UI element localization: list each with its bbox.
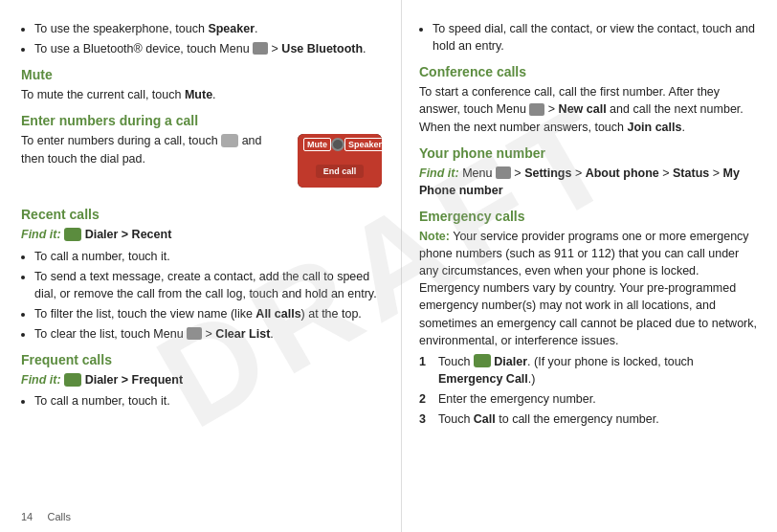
list-item: To send a text message, create a contact… xyxy=(34,268,384,302)
step-text: Enter the emergency number. xyxy=(438,390,596,408)
mute-button-img: Mute xyxy=(303,138,331,151)
mute-text: To mute the current call, touch Mute. xyxy=(21,86,384,103)
conference-calls-title: Conference calls xyxy=(419,64,760,79)
phone-inline-image: Mute Speaker End call xyxy=(298,134,384,189)
list-item: 3 Touch Call to call the emergency numbe… xyxy=(419,410,760,428)
dialpad-icon xyxy=(221,134,238,147)
right-column: To speed dial, call the contact, or view… xyxy=(402,0,777,532)
menu-icon xyxy=(253,42,268,55)
emergency-calls-title: Emergency calls xyxy=(419,209,760,224)
intro-bullets-left: To use the speakerphone, touch Speaker. … xyxy=(34,20,384,57)
menu-icon-2 xyxy=(187,327,202,340)
frequent-calls-title: Frequent calls xyxy=(21,352,384,367)
dialer-icon-em xyxy=(474,354,491,367)
emergency-steps: 1 Touch Dialer. (If your phone is locked… xyxy=(419,353,760,429)
page-footer: 14 Calls xyxy=(21,511,71,522)
note-label: Note: xyxy=(419,230,450,243)
list-item: 2 Enter the emergency number. xyxy=(419,390,760,408)
menu-icon-conf xyxy=(529,103,544,116)
list-item: To use the speakerphone, touch Speaker. xyxy=(34,20,384,37)
list-item: To speed dial, call the contact, or view… xyxy=(433,20,760,55)
frequent-calls-bullets: To call a number, touch it. xyxy=(34,392,384,410)
step-number: 2 xyxy=(419,390,433,408)
find-it-label: Find it: xyxy=(21,228,61,241)
menu-icon-phone xyxy=(496,166,511,179)
list-item: To filter the list, touch the view name … xyxy=(34,305,384,322)
your-phone-number-title: Your phone number xyxy=(419,145,760,161)
mute-title: Mute xyxy=(21,67,384,82)
frequent-dialer-icon xyxy=(64,373,81,387)
list-item: To clear the list, touch Menu > Clear Li… xyxy=(34,325,384,343)
end-call-button-img: End call xyxy=(316,165,365,178)
conference-calls-text: To start a conference call, call the fir… xyxy=(419,83,760,135)
step-text: Touch Dialer. (If your phone is locked, … xyxy=(438,353,760,388)
left-column: To use the speakerphone, touch Speaker. … xyxy=(0,0,402,532)
recent-calls-title: Recent calls xyxy=(21,207,384,222)
recent-calls-bullets: To call a number, touch it. To send a te… xyxy=(34,248,384,344)
page-label: Calls xyxy=(48,511,71,522)
list-item: 1 Touch Dialer. (If your phone is locked… xyxy=(419,353,760,388)
step-number: 3 xyxy=(419,410,433,428)
phone-circle-icon xyxy=(331,138,344,151)
list-item: To call a number, touch it. xyxy=(34,392,384,410)
page-number: 14 xyxy=(21,511,33,522)
step-text: Touch Call to call the emergency number. xyxy=(438,410,659,428)
intro-bullets-right: To speed dial, call the contact, or view… xyxy=(433,20,760,55)
find-it-label-3: Find it: xyxy=(419,166,459,180)
emergency-calls-note: Note: Your service provider programs one… xyxy=(419,228,760,349)
find-it-label-2: Find it: xyxy=(21,373,61,387)
speaker-button-img: Speaker xyxy=(344,138,382,151)
recent-calls-find-it: Find it: Dialer > Recent xyxy=(21,226,384,243)
list-item: To use a Bluetooth® device, touch Menu >… xyxy=(34,40,384,57)
list-item: To call a number, touch it. xyxy=(34,248,384,265)
step-number: 1 xyxy=(419,353,433,388)
frequent-calls-find-it: Find it: Dialer > Frequent xyxy=(21,371,384,388)
your-phone-number-find-it: Find it: Menu > Settings > About phone >… xyxy=(419,165,760,199)
recent-dialer-icon xyxy=(64,228,81,241)
enter-numbers-title: Enter numbers during a call xyxy=(21,113,384,128)
